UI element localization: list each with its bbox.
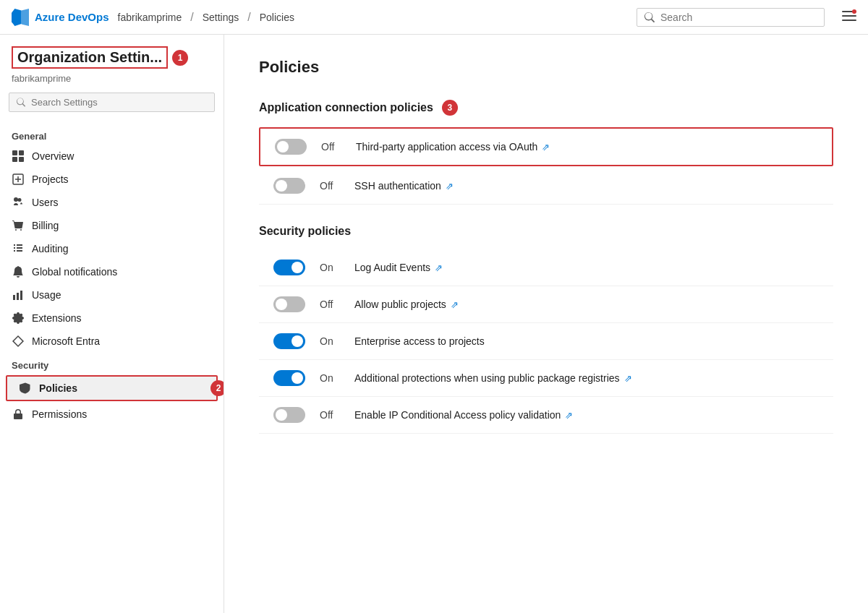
lock-icon xyxy=(12,408,25,421)
ip-conditional-status: Off xyxy=(320,409,340,421)
main-layout: Organization Settin... 1 fabrikamprime G… xyxy=(0,35,868,613)
sidebar-item-microsoft-entra[interactable]: Microsoft Entra xyxy=(0,330,224,353)
ssh-link-icon[interactable]: ⇗ xyxy=(446,181,454,192)
sidebar-search-icon xyxy=(17,98,25,107)
sidebar-item-label: Permissions xyxy=(32,408,87,420)
sidebar-header: Organization Settin... 1 xyxy=(0,46,224,72)
svg-rect-5 xyxy=(19,150,24,155)
oauth-toggle[interactable] xyxy=(275,139,307,155)
sidebar-item-global-notifications[interactable]: Global notifications xyxy=(0,260,224,283)
policy-row-additional-protections: On Additional protections when using pub… xyxy=(259,360,833,397)
users-icon xyxy=(12,196,25,209)
main-content: Policies Application connection policies… xyxy=(224,35,868,613)
sidebar: Organization Settin... 1 fabrikamprime G… xyxy=(0,35,224,613)
brand-name: Azure DevOps xyxy=(35,11,109,23)
public-projects-status: Off xyxy=(320,299,340,310)
svg-rect-2 xyxy=(842,20,856,21)
additional-protections-toggle[interactable] xyxy=(273,370,305,386)
public-projects-link-icon[interactable]: ⇗ xyxy=(451,299,459,310)
sidebar-search-box[interactable] xyxy=(9,93,215,112)
sidebar-item-label: Billing xyxy=(32,220,59,231)
sidebar-item-label: Users xyxy=(32,197,59,208)
search-icon xyxy=(644,12,655,22)
log-audit-status: On xyxy=(320,262,340,273)
sidebar-item-overview[interactable]: Overview xyxy=(0,145,224,168)
ssh-status: Off xyxy=(320,180,340,192)
enterprise-access-label: Enterprise access to projects xyxy=(354,335,485,347)
policy-row-ip-conditional: Off Enable IP Conditional Access policy … xyxy=(259,397,833,434)
oauth-label: Third-party application access via OAuth… xyxy=(356,141,550,153)
enterprise-access-toggle[interactable] xyxy=(273,333,305,349)
svg-rect-6 xyxy=(12,157,17,162)
sidebar-item-billing[interactable]: Billing xyxy=(0,214,224,237)
sidebar-item-label: Policies xyxy=(39,382,77,394)
logo[interactable]: Azure DevOps xyxy=(12,9,109,26)
sidebar-item-label: Auditing xyxy=(32,243,69,254)
gear-icon xyxy=(12,312,25,325)
ip-conditional-label: Enable IP Conditional Access policy vali… xyxy=(354,409,573,421)
public-projects-toggle[interactable] xyxy=(273,296,305,312)
topbar-org: fabrikamprime xyxy=(118,12,182,23)
azure-devops-logo-icon xyxy=(12,9,29,26)
sidebar-item-permissions[interactable]: Permissions xyxy=(0,403,224,426)
plus-square-icon xyxy=(12,173,25,186)
global-search-box[interactable] xyxy=(637,8,825,27)
sidebar-subtitle: fabrikamprime xyxy=(0,72,224,93)
badge-1: 1 xyxy=(172,50,188,66)
grid-icon xyxy=(12,150,25,163)
sidebar-item-label: Usage xyxy=(32,289,61,301)
security-section-label: Security xyxy=(0,353,224,374)
security-policies-section-title: Security policies xyxy=(259,225,833,238)
sidebar-item-extensions[interactable]: Extensions xyxy=(0,306,224,330)
badge-2: 2 xyxy=(210,380,224,396)
list-icon xyxy=(12,242,25,255)
topbar-policies-link[interactable]: Policies xyxy=(260,12,294,23)
svg-rect-13 xyxy=(20,291,22,300)
svg-rect-1 xyxy=(842,15,856,17)
oauth-link-icon[interactable]: ⇗ xyxy=(542,142,550,153)
public-projects-label: Allow public projects ⇗ xyxy=(354,299,459,310)
sidebar-item-policies[interactable]: Policies xyxy=(7,377,216,400)
policy-row-oauth: Off Third-party application access via O… xyxy=(259,127,833,166)
policy-row-public-projects: Off Allow public projects ⇗ xyxy=(259,286,833,323)
additional-protections-label: Additional protections when using public… xyxy=(354,372,632,384)
general-section-label: General xyxy=(0,124,224,145)
ip-conditional-link-icon[interactable]: ⇗ xyxy=(565,410,573,421)
cart-icon xyxy=(12,219,25,232)
additional-protections-status: On xyxy=(320,372,340,384)
ip-conditional-toggle-slider xyxy=(273,407,305,423)
enterprise-access-toggle-slider xyxy=(273,333,305,349)
sidebar-item-label: Overview xyxy=(32,150,74,162)
sidebar-item-auditing[interactable]: Auditing xyxy=(0,237,224,260)
topbar-settings-link[interactable]: Settings xyxy=(203,12,239,23)
sidebar-search-input[interactable] xyxy=(31,97,207,108)
public-projects-toggle-slider xyxy=(273,296,305,312)
shield-icon xyxy=(19,382,32,395)
log-audit-link-icon[interactable]: ⇗ xyxy=(435,262,443,273)
sidebar-item-label: Projects xyxy=(32,173,69,185)
diamond-icon xyxy=(12,335,25,348)
additional-protections-link-icon[interactable]: ⇗ xyxy=(624,373,632,384)
ssh-toggle[interactable] xyxy=(273,178,305,194)
svg-rect-12 xyxy=(17,293,19,300)
ip-conditional-toggle[interactable] xyxy=(273,407,305,423)
sidebar-item-projects[interactable]: Projects xyxy=(0,168,224,191)
svg-point-3 xyxy=(852,9,856,14)
log-audit-toggle[interactable] xyxy=(273,260,305,275)
additional-protections-toggle-slider xyxy=(273,370,305,386)
sidebar-item-label: Extensions xyxy=(32,312,81,324)
hamburger-menu-icon[interactable] xyxy=(842,9,856,25)
sidebar-item-usage[interactable]: Usage xyxy=(0,283,224,306)
global-search-input[interactable] xyxy=(660,12,817,23)
svg-rect-11 xyxy=(13,295,15,300)
policy-row-ssh: Off SSH authentication ⇗ xyxy=(259,168,833,205)
sidebar-item-label: Microsoft Entra xyxy=(32,335,100,347)
sidebar-item-users[interactable]: Users xyxy=(0,191,224,214)
ssh-toggle-slider xyxy=(273,178,305,194)
svg-rect-4 xyxy=(12,150,17,155)
topbar-sep2: / xyxy=(247,11,250,24)
log-audit-label: Log Audit Events ⇗ xyxy=(354,262,443,273)
sidebar-item-label: Global notifications xyxy=(32,266,117,278)
topbar-sep1: / xyxy=(190,11,193,24)
policy-row-log-audit: On Log Audit Events ⇗ xyxy=(259,249,833,286)
